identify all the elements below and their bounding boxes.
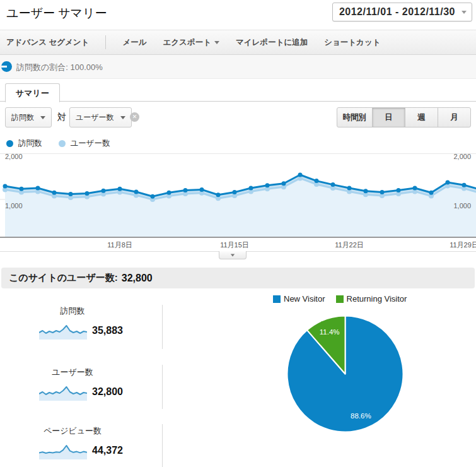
granularity-month-button[interactable]: 月 [438, 108, 470, 127]
toolbar-item-advanced-segments[interactable]: アドバンス セグメント [6, 37, 89, 48]
date-range-text: 2012/11/01 - 2012/11/30 [339, 6, 455, 18]
granularity-hourly-button[interactable]: 時間別 [337, 108, 373, 127]
legend-new-visitor: New Visitor [273, 294, 325, 304]
svg-text:11月8日: 11月8日 [107, 241, 132, 249]
visitor-type-pie-chart[interactable]: 88.6%11.4% [277, 306, 413, 442]
timeline-svg[interactable]: 1,0001,0002,0002,00011月8日11月15日11月22日11月… [0, 154, 476, 251]
collapse-caret-icon [231, 254, 235, 256]
metric-value-visits: 35,883 [92, 325, 123, 336]
legend-users: ユーザー数 [59, 138, 110, 149]
svg-text:1,000: 1,000 [5, 202, 23, 210]
segment-pie-icon [1, 61, 12, 72]
svg-text:11月29日: 11月29日 [450, 241, 476, 249]
legend-visits: 訪問数 [6, 138, 42, 149]
site-users-summary-bar: このサイトのユーザー数: 32,800 [1, 268, 475, 288]
toolbar-item-export[interactable]: エクスポート [163, 37, 219, 48]
returning-visitor-square-icon [336, 295, 344, 303]
site-users-value: 32,800 [122, 273, 153, 284]
users-dot-icon [59, 140, 66, 147]
legend-returning-visitor: Returning Visitor [336, 294, 407, 304]
users-sparkline [39, 384, 87, 401]
toolbar-item-add-to-dashboard[interactable]: マイレポートに追加 [236, 37, 308, 48]
granularity-button-group: 時間別 日 週 月 [337, 107, 472, 127]
metric-label-users: ユーザー数 [35, 367, 110, 378]
tab-bottom-border [0, 101, 476, 102]
metric-label-visits: 訪問数 [35, 305, 110, 317]
new-visitor-square-icon [273, 295, 281, 303]
chevron-down-icon [214, 41, 219, 44]
timeline-legend: 訪問数 ユーザー数 [6, 138, 110, 149]
svg-text:11月22日: 11月22日 [335, 241, 364, 249]
metric-divider [162, 365, 163, 409]
svg-text:11.4%: 11.4% [320, 328, 340, 336]
svg-text:1,000: 1,000 [453, 202, 471, 210]
segment-strip: 訪問数の割合: 100.00% [0, 55, 476, 79]
chevron-down-icon [40, 116, 45, 119]
svg-text:11月15日: 11月15日 [220, 241, 249, 249]
analytics-visitors-overview: ユーザー サマリー 2012/11/01 - 2012/11/30 アドバンス … [0, 0, 476, 467]
report-toolbar: アドバンス セグメント メール エクスポート マイレポートに追加 ショートカット [0, 30, 476, 55]
remove-compare-icon[interactable]: ✕ [130, 112, 139, 122]
metric-value-pageviews: 44,372 [92, 445, 123, 456]
vs-label: 対 [57, 112, 66, 123]
svg-text:2,000: 2,000 [453, 154, 471, 160]
metric-value-users: 32,800 [92, 386, 123, 398]
visits-dot-icon [6, 140, 13, 147]
pageviews-sparkline [39, 443, 87, 459]
toolbar-item-shortcut[interactable]: ショートカット [324, 37, 380, 48]
visits-sparkline [39, 323, 87, 340]
granularity-week-button[interactable]: 週 [405, 108, 438, 127]
toolbar-item-email[interactable]: メール [122, 37, 146, 48]
metric-label-pageviews: ページビュー数 [35, 425, 110, 437]
chevron-down-icon [120, 116, 125, 119]
pie-legend: New Visitor Returning Visitor [273, 294, 407, 304]
svg-text:88.6%: 88.6% [351, 412, 371, 420]
toolbar-divider [105, 35, 106, 49]
page-title: ユーザー サマリー [6, 5, 107, 21]
date-range-selector[interactable]: 2012/11/01 - 2012/11/30 [332, 3, 472, 21]
granularity-day-button[interactable]: 日 [372, 108, 405, 127]
site-users-label: このサイトのユーザー数: [9, 272, 118, 284]
metric-divider [162, 305, 163, 349]
metric-divider [162, 424, 163, 467]
primary-metric-select[interactable]: 訪問数 [5, 107, 52, 127]
chevron-down-icon [461, 11, 467, 14]
timeline-chart[interactable]: 1,0001,0002,0002,00011月8日11月15日11月22日11月… [0, 153, 476, 251]
segment-share-label: 訪問数の割合: 100.00% [16, 62, 103, 73]
compare-metric-select[interactable]: ユーザー数 [69, 107, 132, 127]
svg-text:2,000: 2,000 [5, 154, 23, 160]
collapse-chart-button[interactable] [219, 251, 247, 259]
tab-summary[interactable]: サマリー [5, 83, 60, 102]
